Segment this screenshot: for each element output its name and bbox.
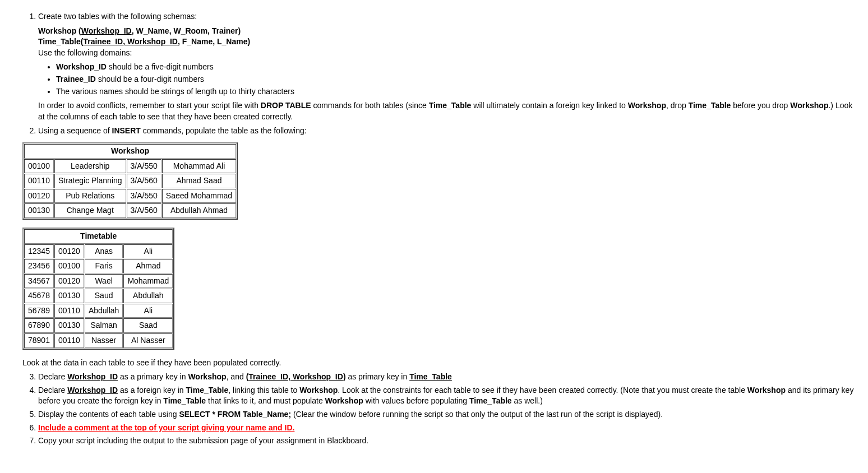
cb: DROP TABLE xyxy=(261,101,311,110)
cell: 00110 xyxy=(54,304,84,318)
q2-item: Using a sequence of INSERT commands, pop… xyxy=(38,126,857,137)
cf: Workshop xyxy=(628,101,666,110)
cell: Abdullah xyxy=(85,304,123,318)
q3b: Workshop_ID xyxy=(67,372,118,381)
q4a: Declare xyxy=(38,386,67,395)
cell: Ahmad Saad xyxy=(162,174,236,188)
cell: Ali xyxy=(123,244,173,259)
cell: 00110 xyxy=(54,333,84,348)
cell: 00120 xyxy=(54,244,84,259)
q3i: as primary key in xyxy=(346,372,410,381)
q3c: as a primary key in xyxy=(118,372,188,381)
table-row: 1234500120AnasAli xyxy=(24,244,173,259)
cell: Change Magt xyxy=(54,203,126,218)
cell: 00120 xyxy=(24,189,54,203)
cell: 78901 xyxy=(24,333,54,348)
cd: Time_Table xyxy=(429,101,472,110)
q4j: Time_Table xyxy=(163,396,206,405)
cell: 00110 xyxy=(24,174,54,188)
cell: Leadership xyxy=(54,159,126,174)
cell: 00130 xyxy=(54,289,84,303)
table-row: 00100Leadership3/A/550Mohammad Ali xyxy=(24,159,236,174)
cell: 3/A/550 xyxy=(127,189,161,203)
cell: Strategic Planning xyxy=(54,174,126,188)
cell: Saeed Mohammad xyxy=(162,189,236,203)
q4b: Workshop_ID xyxy=(67,386,118,395)
bullet-1a: Workshop_ID xyxy=(56,62,107,71)
table-row: 5678900110AbdullahAli xyxy=(24,304,173,318)
q4c: as a foreign key in xyxy=(118,386,186,395)
cg: , drop xyxy=(666,101,689,110)
schema1-key: Workshop_ID xyxy=(81,26,132,35)
cell: 00100 xyxy=(54,259,84,273)
ce: will ultimately contain a foreign key li… xyxy=(471,101,627,110)
q6-item: Include a comment at the top of your scr… xyxy=(38,423,857,434)
cell: 3/A/560 xyxy=(127,174,161,188)
cell: 3/A/560 xyxy=(127,203,161,218)
schema2-rest: , F_Name, L_Name) xyxy=(178,37,250,46)
q4g: . Look at the constraints for each table… xyxy=(338,386,747,395)
table-row: 00130Change Magt3/A/560Abdullah Ahmad xyxy=(24,203,236,218)
cell: Salman xyxy=(85,318,123,333)
q4h: Workshop xyxy=(747,386,786,395)
cell: 00120 xyxy=(54,274,84,289)
timetable-table: Timetable 1234500120AnasAli 2345600100Fa… xyxy=(22,228,174,350)
cell: Wael xyxy=(85,274,123,289)
cc: commands for both tables (since xyxy=(311,101,429,110)
cell: Pub Relations xyxy=(54,189,126,203)
cell: 45678 xyxy=(24,289,54,303)
q7-text: Copy your script including the output to… xyxy=(38,436,368,445)
q3d: Workshop xyxy=(188,372,226,381)
bullet-1: Workshop_ID should be a five-digit numbe… xyxy=(56,62,857,73)
table-row: 3456700120WaelMohammad xyxy=(24,274,173,289)
cell: 00130 xyxy=(54,318,84,333)
q3e: , and xyxy=(227,372,246,381)
cell: Ahmad xyxy=(123,259,173,273)
workshop-title: Workshop xyxy=(24,144,236,159)
q5b: SELECT * FROM Table_Name; xyxy=(179,410,291,419)
bullet-3a: The various names should be strings of l… xyxy=(56,87,294,96)
cj: Workshop xyxy=(790,101,828,110)
table-row: 4567800130SaudAbdullah xyxy=(24,289,173,303)
domain-bullets: Workshop_ID should be a five-digit numbe… xyxy=(11,62,857,97)
bullet-2b: should be a four-digit numbers xyxy=(96,75,204,84)
q4n: Time_Table xyxy=(469,396,512,405)
schema2-key: Trainee_ID, Workshop_ID xyxy=(83,37,178,46)
cell: Faris xyxy=(85,259,123,273)
table-row: 7890100110NasserAl Nasser xyxy=(24,333,173,348)
q6-text: Include a comment at the top of your scr… xyxy=(38,423,294,432)
q3g: Trainee_ID, Workshop_ID xyxy=(248,372,343,381)
table-row: 2345600100FarisAhmad xyxy=(24,259,173,273)
bullet-2a: Trainee_ID xyxy=(56,75,96,84)
cell: Abdullah xyxy=(123,289,173,303)
q5c: (Clear the window before running the scr… xyxy=(291,410,663,419)
schema-block: Workshop (Workshop_ID, W_Name, W_Room, T… xyxy=(38,26,857,59)
q3a: Declare xyxy=(38,372,67,381)
cell: 00130 xyxy=(24,203,54,218)
q5a: Display the contents of each table using xyxy=(38,410,179,419)
cell: 56789 xyxy=(24,304,54,318)
q7-item: Copy your script including the output to… xyxy=(38,435,857,447)
q2a: Using a sequence of xyxy=(38,126,112,135)
q5-item: Display the contents of each table using… xyxy=(38,409,857,420)
q3j: Time_Table xyxy=(409,372,452,381)
timetable-title: Timetable xyxy=(24,229,173,244)
q1-intro: Create two tables with the following sch… xyxy=(38,12,197,21)
cell: Mohammad xyxy=(123,274,173,289)
ci: before you drop xyxy=(731,101,790,110)
q4m: with values before populating xyxy=(363,396,469,405)
conflict-para: In order to avoid conflicts, remember to… xyxy=(38,100,857,122)
cell: 34567 xyxy=(24,274,54,289)
table-row: 6789000130SalmanSaad xyxy=(24,318,173,333)
bullet-1b: should be a five-digit numbers xyxy=(107,62,214,71)
domains-intro: Use the following domains: xyxy=(38,48,132,57)
cell: Saad xyxy=(123,318,173,333)
cell: Anas xyxy=(85,244,123,259)
workshop-table: Workshop 00100Leadership3/A/550Mohammad … xyxy=(22,142,238,220)
q2c: commands, populate the table as the foll… xyxy=(141,126,307,135)
q4l: Workshop xyxy=(325,396,363,405)
q1-item: Create two tables with the following sch… xyxy=(38,11,857,22)
bullet-3: The various names should be strings of l… xyxy=(56,86,857,98)
schema1-rest: , W_Name, W_Room, Trainer) xyxy=(132,26,241,35)
q3-item: Declare Workshop_ID as a primary key in … xyxy=(38,372,857,383)
